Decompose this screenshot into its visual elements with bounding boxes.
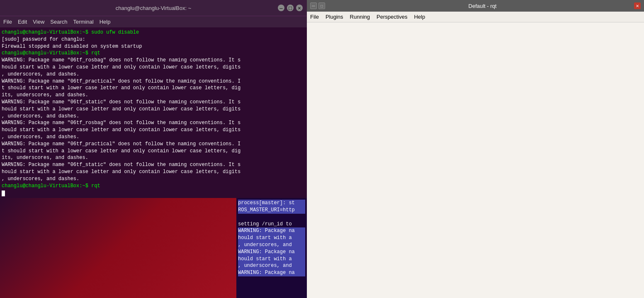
terminal-line: , underscores, and dashes. <box>2 176 305 183</box>
rqt-window: ─ □ Default - rqt ✕ File Plugins Running… <box>307 0 644 298</box>
terminal-close-button[interactable]: × <box>296 5 303 11</box>
terminal-line: Firewall stopped and disabled on system … <box>2 43 305 50</box>
terminal-line: WARNING: Package name "06tf_rosbag" does… <box>2 120 305 127</box>
terminal-maximize-button[interactable]: □ <box>287 5 294 11</box>
terminal-titlebar: changlu@changlu-VirtualBox: ~ – □ × <box>0 0 307 16</box>
terminal-line: WARNING: Package name "06tf_rosbag" does… <box>2 57 305 64</box>
rqt-title: Default - rqt <box>331 3 634 9</box>
terminal-lower-pane: process[master]: st ROS_MASTER_URI=http … <box>0 198 307 298</box>
rqt-maximize-button[interactable]: □ <box>318 2 325 9</box>
terminal-cursor <box>2 191 5 196</box>
rqt-menu-plugins[interactable]: Plugins <box>326 14 343 20</box>
terminal-window: changlu@changlu-VirtualBox: ~ – □ × File… <box>0 0 307 298</box>
terminal-upper-pane[interactable]: changlu@changlu-VirtualBox:~$ sudo ufw d… <box>0 27 307 198</box>
terminal-line: hould start with a <box>238 234 305 242</box>
terminal-line: WARNING: Package name "06tf_static" does… <box>2 99 305 106</box>
terminal-line: changlu@changlu-VirtualBox:~$ rqt <box>2 183 305 190</box>
rqt-menu-running[interactable]: Running <box>350 14 370 20</box>
rqt-minimize-button[interactable]: ─ <box>310 2 317 9</box>
terminal-menubar: File Edit View Search Terminal Help <box>0 16 307 27</box>
terminal-line: WARNING: Package na <box>238 227 305 234</box>
terminal-line: hould start with a lower case letter and… <box>2 127 305 134</box>
terminal-menu-search[interactable]: Search <box>50 19 67 25</box>
rqt-menubar: File Plugins Running Perspectives Help <box>307 12 644 22</box>
terminal-menu-help[interactable]: Help <box>100 19 111 25</box>
terminal-menu-file[interactable]: File <box>3 19 12 25</box>
terminal-line: , underscores, and <box>238 242 305 249</box>
terminal-line: hould start with a lower case letter and… <box>2 106 305 113</box>
terminal-line: its, underscores, and dashes. <box>2 92 305 99</box>
terminal-line: , underscores, and <box>238 262 305 269</box>
terminal-line: t should start with a lower case letter … <box>2 148 305 155</box>
terminal-lower-left <box>0 198 236 298</box>
rqt-main-area <box>307 22 644 298</box>
terminal-title: changlu@changlu-VirtualBox: ~ <box>116 5 191 11</box>
rqt-menu-help[interactable]: Help <box>414 14 425 20</box>
terminal-line: its, underscores, and dashes. <box>2 154 305 161</box>
terminal-line: WARNING: Package name "06tf_practical" d… <box>2 141 305 148</box>
terminal-lower-right[interactable]: process[master]: st ROS_MASTER_URI=http … <box>236 198 307 298</box>
terminal-line: WARNING: Package name "06tf_practical" d… <box>2 78 305 85</box>
terminal-line: changlu@changlu-VirtualBox:~$ sudo ufw d… <box>2 29 305 36</box>
terminal-window-controls: – □ × <box>278 5 303 11</box>
terminal-menu-terminal[interactable]: Terminal <box>73 19 94 25</box>
terminal-line: hould start with a lower case letter and… <box>2 169 305 176</box>
terminal-minimize-button[interactable]: – <box>278 5 284 11</box>
terminal-line: changlu@changlu-VirtualBox:~$ rqt <box>2 50 305 57</box>
terminal-line: t should start with a lower case letter … <box>2 85 305 92</box>
terminal-line: setting /run_id to <box>238 221 305 228</box>
terminal-cursor-line <box>2 189 305 196</box>
rqt-menu-file[interactable]: File <box>310 14 319 20</box>
terminal-content: changlu@changlu-VirtualBox:~$ sudo ufw d… <box>0 27 307 298</box>
rqt-window-controls: ✕ <box>634 2 641 9</box>
terminal-line: , underscores, and dashes. <box>2 71 305 78</box>
rqt-titlebar: ─ □ Default - rqt ✕ <box>307 0 644 12</box>
terminal-line: WARNING: Package name "06tf_static" does… <box>2 161 305 169</box>
rqt-menu-perspectives[interactable]: Perspectives <box>377 14 407 20</box>
terminal-menu-view[interactable]: View <box>33 19 44 25</box>
terminal-line: , underscores, and dashes. <box>2 134 305 141</box>
terminal-line: , underscores, and dashes. <box>2 113 305 120</box>
terminal-line: process[master]: st <box>238 200 305 207</box>
terminal-line: hould start with a <box>238 256 305 263</box>
rqt-close-button[interactable]: ✕ <box>634 2 641 9</box>
terminal-menu-edit[interactable]: Edit <box>18 19 27 25</box>
terminal-line: [sudo] password for changlu: <box>2 36 305 43</box>
terminal-line: WARNING: Package na <box>238 249 305 256</box>
terminal-line: hould start with a lower case letter and… <box>2 64 305 71</box>
terminal-line: WARNING: Package na <box>238 269 305 276</box>
terminal-line <box>238 214 305 221</box>
terminal-line: ROS_MASTER_URI=http <box>238 207 305 214</box>
